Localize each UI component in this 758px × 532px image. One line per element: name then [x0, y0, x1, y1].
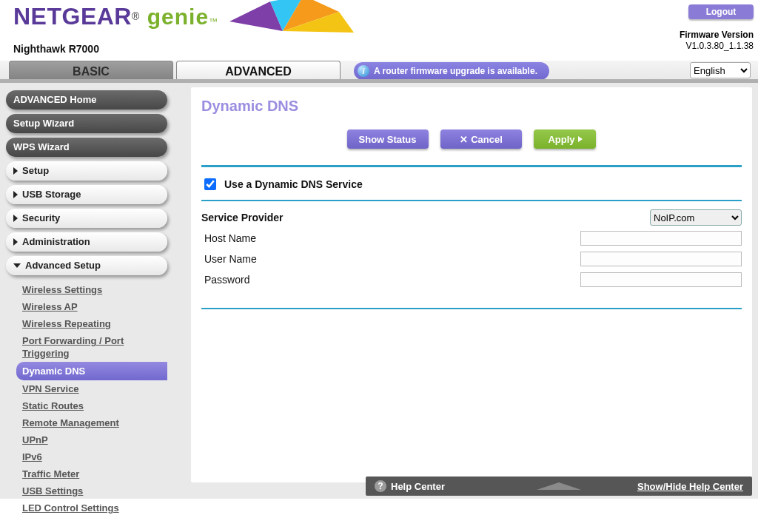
chevron-right-icon: [13, 215, 18, 222]
firmware-label: Firmware Version: [680, 30, 754, 41]
sidebar-item-administration[interactable]: Administration: [6, 232, 167, 252]
use-ddns-row: Use a Dynamic DNS Service: [191, 167, 752, 200]
user-name-input[interactable]: [580, 252, 742, 266]
sidebar-item-label: Advanced Setup: [25, 256, 101, 275]
sidebar-item-setup-wizard[interactable]: Setup Wizard: [6, 114, 167, 133]
sidebar-item-label: Security: [22, 209, 60, 228]
brand-genie: genie: [147, 4, 209, 29]
divider: [201, 308, 742, 309]
service-provider-label: Service Provider: [201, 212, 438, 223]
password-input[interactable]: [580, 272, 742, 287]
logout-button[interactable]: Logout: [688, 4, 754, 19]
sidebar-item-static-routes[interactable]: Static Routes: [16, 397, 167, 414]
sidebar-item-label: Administration: [22, 232, 90, 252]
button-label: Cancel: [471, 134, 503, 145]
svg-marker-4: [537, 482, 581, 490]
host-name-row: Host Name: [201, 228, 742, 249]
show-status-button[interactable]: Show Status: [347, 129, 429, 149]
language-selector[interactable]: English: [690, 62, 751, 78]
sidebar-item-dynamic-dns[interactable]: Dynamic DNS: [16, 362, 167, 380]
cancel-button[interactable]: ✕ Cancel: [440, 129, 522, 149]
password-row: Password: [201, 269, 742, 290]
sidebar-item-wireless-ap[interactable]: Wireless AP: [16, 298, 167, 315]
tab-advanced[interactable]: ADVANCED: [176, 61, 341, 83]
use-ddns-label: Use a Dynamic DNS Service: [224, 178, 363, 190]
body: ADVANCED Home Setup Wizard WPS Wizard Se…: [0, 83, 758, 499]
sidebar-item-usb-settings[interactable]: USB Settings: [16, 482, 167, 499]
tab-strip: BASIC ADVANCED i A router firmware upgra…: [0, 61, 758, 83]
sidebar-item-upnp[interactable]: UPnP: [16, 431, 167, 448]
banner-text: A router firmware upgrade is available.: [374, 66, 537, 76]
sidebar-item-remote-management[interactable]: Remote Management: [16, 414, 167, 431]
host-name-label: Host Name: [201, 232, 438, 244]
user-name-row: User Name: [201, 249, 742, 269]
brand-registered: ®: [132, 10, 139, 22]
button-label: Apply: [548, 134, 574, 145]
service-provider-row: Service Provider NoIP.com: [201, 207, 742, 228]
info-icon: i: [358, 65, 369, 77]
sidebar-item-vpn-service[interactable]: VPN Service: [16, 380, 167, 397]
logo-kite-icon: [229, 0, 363, 43]
sidebar-item-label: USB Storage: [22, 185, 81, 204]
use-ddns-checkbox[interactable]: [204, 178, 216, 190]
sidebar-item-security[interactable]: Security: [6, 209, 167, 228]
button-row: Show Status ✕ Cancel Apply: [191, 129, 752, 149]
sidebar-item-wireless-settings[interactable]: Wireless Settings: [16, 281, 167, 298]
chevron-right-icon: [13, 191, 18, 198]
chevron-right-icon: [13, 238, 18, 246]
sidebar-item-setup[interactable]: Setup: [6, 161, 167, 181]
sidebar: ADVANCED Home Setup Wizard WPS Wizard Se…: [0, 83, 175, 499]
sidebar-item-led-control[interactable]: LED Control Settings: [16, 499, 167, 516]
password-label: Password: [201, 274, 438, 286]
show-hide-help-link[interactable]: Show/Hide Help Center: [637, 481, 743, 492]
sidebar-item-usb-storage[interactable]: USB Storage: [6, 185, 167, 204]
sidebar-item-ipv6[interactable]: IPv6: [16, 448, 167, 465]
drag-handle-icon[interactable]: [537, 482, 581, 490]
chevron-down-icon: [13, 263, 21, 268]
model-name: Nighthawk R7000: [13, 43, 99, 55]
sidebar-item-label: Setup: [22, 161, 49, 181]
brand-logo: NETGEAR® genie™: [13, 3, 218, 30]
chevron-right-icon: [13, 167, 18, 175]
tab-basic[interactable]: BASIC: [9, 61, 173, 83]
brand-netgear: NETGEAR: [13, 3, 132, 30]
firmware-upgrade-banner[interactable]: i A router firmware upgrade is available…: [354, 62, 549, 80]
help-footer: ? Help Center Show/Hide Help Center: [366, 477, 752, 496]
apply-button[interactable]: Apply: [534, 129, 596, 149]
ddns-form: Service Provider NoIP.com Host Name User…: [191, 201, 752, 303]
brand-tm: ™: [209, 16, 218, 27]
button-label: Show Status: [359, 134, 417, 145]
sidebar-item-port-forwarding[interactable]: Port Forwarding / Port Triggering: [16, 332, 167, 362]
sidebar-submenu: Wireless Settings Wireless AP Wireless R…: [6, 280, 167, 516]
page-title: Dynamic DNS: [191, 87, 752, 129]
close-icon: ✕: [460, 134, 468, 145]
sidebar-item-wps-wizard[interactable]: WPS Wizard: [6, 138, 167, 157]
main: Dynamic DNS Show Status ✕ Cancel Apply U…: [175, 83, 758, 499]
language-select[interactable]: English: [690, 62, 751, 78]
sidebar-item-advanced-home[interactable]: ADVANCED Home: [6, 90, 167, 110]
firmware-version: Firmware Version V1.0.3.80_1.1.38: [680, 30, 754, 52]
service-provider-select[interactable]: NoIP.com: [650, 209, 742, 226]
firmware-value: V1.0.3.80_1.1.38: [680, 41, 754, 52]
content-panel: Dynamic DNS Show Status ✕ Cancel Apply U…: [191, 87, 752, 482]
sidebar-item-traffic-meter[interactable]: Traffic Meter: [16, 465, 167, 482]
help-center-label: Help Center: [391, 481, 445, 492]
host-name-input[interactable]: [580, 231, 742, 246]
header: NETGEAR® genie™ Nighthawk R7000 Logout F…: [0, 0, 758, 61]
help-icon: ?: [375, 480, 386, 492]
play-icon: [578, 136, 583, 142]
sidebar-item-advanced-setup[interactable]: Advanced Setup: [6, 256, 167, 275]
user-name-label: User Name: [201, 253, 438, 265]
sidebar-item-wireless-repeating[interactable]: Wireless Repeating: [16, 315, 167, 332]
